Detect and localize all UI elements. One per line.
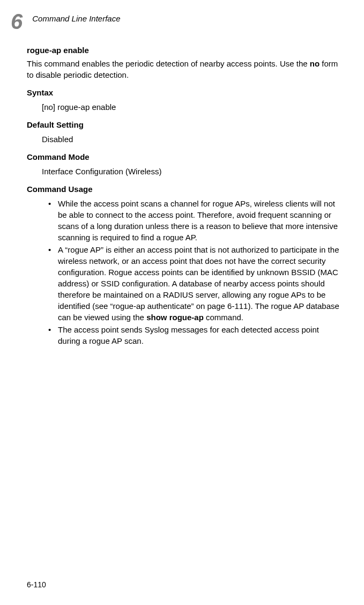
default-setting-heading: Default Setting [27,120,340,129]
usage-item: The access point sends Syslog messages f… [48,324,340,346]
default-setting-value: Disabled [42,134,340,145]
page-header: 6 Command Line Interface [27,11,340,32]
command-title: rogue-ap enable [27,46,340,55]
usage-text-pre: While the access point scans a channel f… [58,199,338,242]
command-mode-value: Interface Configuration (Wireless) [42,166,340,177]
usage-text-post: command. [204,313,243,322]
usage-text-pre: The access point sends Syslog messages f… [58,325,319,345]
command-usage-heading: Command Usage [27,185,340,194]
command-description: This command enables the periodic detect… [27,58,340,80]
syntax-heading: Syntax [27,88,340,97]
command-mode-heading: Command Mode [27,152,340,161]
usage-text-bold: show rogue-ap [146,313,204,322]
usage-item: A “rogue AP” is either an access point t… [48,244,340,323]
description-bold: no [310,59,320,68]
command-usage-list: While the access point scans a channel f… [48,198,340,346]
chapter-title: Command Line Interface [32,14,120,23]
chapter-number: 6 [11,11,23,32]
usage-item: While the access point scans a channel f… [48,198,340,243]
page-number: 6-110 [27,580,46,589]
usage-text-pre: A “rogue AP” is either an access point t… [58,245,339,322]
description-pre: This command enables the periodic detect… [27,59,310,68]
syntax-value: [no] rogue-ap enable [42,101,340,113]
